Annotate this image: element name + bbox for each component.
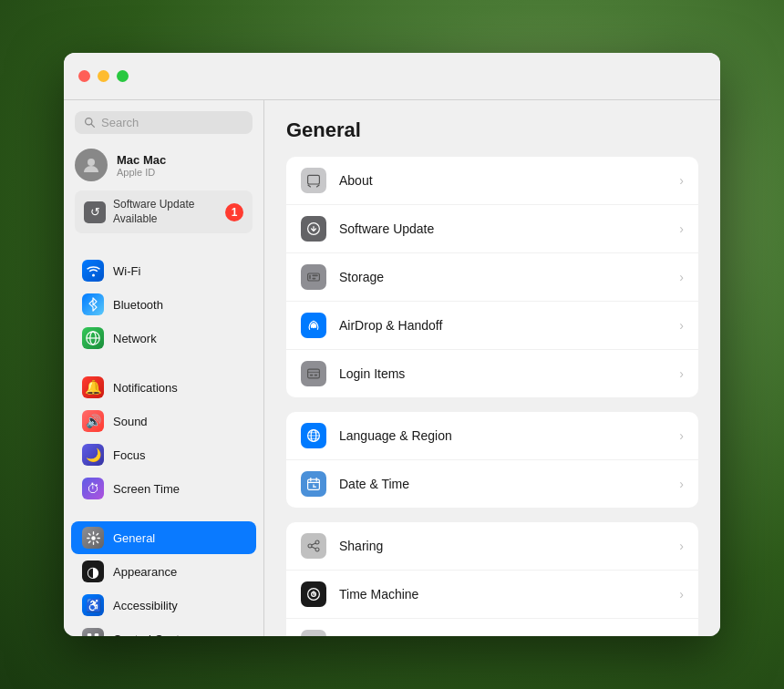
sidebar-item-bluetooth[interactable]: Bluetooth <box>71 288 256 321</box>
update-alert-icon: ↺ <box>84 201 106 223</box>
datetime-chevron: › <box>679 477 684 491</box>
search-container: Search <box>64 108 263 143</box>
timemachine-row-icon <box>301 581 326 607</box>
sidebar-item-accessibility-label: Accessibility <box>113 599 178 612</box>
svg-line-13 <box>316 185 319 187</box>
sidebar-item-focus[interactable]: 🌙 Focus <box>71 438 256 471</box>
content-area: Search Mac Mac Apple ID ↺ Software Updat… <box>64 100 720 636</box>
close-button[interactable] <box>78 70 90 82</box>
sidebar-item-wifi[interactable]: Wi-Fi <box>71 254 256 287</box>
sidebar-item-controlcentre[interactable]: Control Centre <box>71 622 256 636</box>
search-box[interactable]: Search <box>75 111 253 134</box>
language-row-icon <box>301 423 326 448</box>
svg-rect-8 <box>95 633 98 636</box>
sidebar-item-appearance[interactable]: ◑ Appearance <box>71 555 256 588</box>
svg-rect-16 <box>309 275 311 280</box>
sidebar-item-general[interactable]: General <box>71 521 256 554</box>
svg-line-38 <box>312 547 315 549</box>
maximize-button[interactable] <box>117 70 129 82</box>
sidebar-item-notifications-label: Notifications <box>113 381 178 395</box>
settings-row-datetime-label: Date & Time <box>339 477 666 491</box>
svg-rect-21 <box>310 375 313 376</box>
settings-row-storage[interactable]: Storage › <box>286 253 698 302</box>
settings-row-loginitems-label: Login Items <box>339 366 666 381</box>
sidebar-item-wifi-label: Wi-Fi <box>113 264 140 278</box>
settings-row-sharing[interactable]: Sharing › <box>286 522 698 571</box>
sidebar-item-focus-label: Focus <box>113 448 145 462</box>
sidebar-item-appearance-label: Appearance <box>113 565 177 579</box>
about-chevron: › <box>679 173 684 188</box>
settings-row-datetime[interactable]: Date & Time › <box>286 460 698 508</box>
settings-group-1: About › Software Update › <box>286 157 698 397</box>
softwareupdate-row-icon <box>301 216 326 242</box>
settings-row-language-label: Language & Region <box>339 428 666 443</box>
sidebar-section-notifications: 🔔 Notifications 🔊 Sound 🌙 Focus ⏱ Screen… <box>64 370 263 506</box>
airdrop-row-icon <box>301 313 326 338</box>
software-update-alert[interactable]: ↺ Software Update Available 1 <box>75 190 253 233</box>
svg-point-35 <box>308 544 312 548</box>
search-placeholder: Search <box>101 116 139 129</box>
settings-group-3: Sharing › Time Machine › <box>286 522 698 636</box>
sidebar-item-screentime[interactable]: ⏱ Screen Time <box>71 472 256 505</box>
sidebar-item-network[interactable]: Network <box>71 322 256 355</box>
svg-rect-22 <box>315 375 317 376</box>
sidebar-item-notifications[interactable]: 🔔 Notifications <box>71 371 256 404</box>
sidebar-item-bluetooth-label: Bluetooth <box>113 298 163 312</box>
accessibility-icon: ♿ <box>82 594 104 616</box>
sidebar-item-sound[interactable]: 🔊 Sound <box>71 405 256 437</box>
minimize-button[interactable] <box>98 70 109 82</box>
settings-row-timemachine-label: Time Machine <box>339 587 666 602</box>
storage-row-icon <box>301 264 326 290</box>
user-subtitle: Apple ID <box>117 167 166 178</box>
bluetooth-icon <box>82 293 104 315</box>
avatar-icon <box>80 154 102 176</box>
loginitems-row-icon <box>301 361 326 386</box>
wifi-icon <box>82 260 104 282</box>
sidebar-item-screentime-label: Screen Time <box>113 482 180 496</box>
settings-row-language[interactable]: Language & Region › <box>286 412 698 460</box>
user-name: Mac Mac <box>117 153 166 167</box>
sidebar-section-network: Wi-Fi Bluetooth <box>64 253 263 355</box>
transfer-chevron: › <box>679 635 684 636</box>
svg-point-36 <box>315 548 319 551</box>
screentime-icon: ⏱ <box>82 478 104 499</box>
user-info: Mac Mac Apple ID <box>117 153 166 178</box>
sidebar: Search Mac Mac Apple ID ↺ Software Updat… <box>64 100 264 636</box>
svg-rect-11 <box>308 175 320 184</box>
sidebar-item-accessibility[interactable]: ♿ Accessibility <box>71 589 256 622</box>
svg-point-2 <box>88 159 95 166</box>
settings-row-timemachine[interactable]: Time Machine › <box>286 571 698 619</box>
svg-rect-7 <box>88 633 91 636</box>
network-icon <box>82 327 104 349</box>
datetime-row-icon <box>301 471 326 497</box>
titlebar <box>64 53 720 100</box>
sound-icon: 🔊 <box>82 410 104 432</box>
airdrop-chevron: › <box>679 318 684 333</box>
timemachine-chevron: › <box>679 587 684 602</box>
svg-rect-19 <box>308 369 320 378</box>
user-profile[interactable]: Mac Mac Apple ID <box>64 143 263 190</box>
appearance-icon: ◑ <box>82 560 104 582</box>
general-icon <box>82 527 104 549</box>
settings-row-softwareupdate-label: Software Update <box>339 221 666 236</box>
notifications-icon: 🔔 <box>82 376 104 398</box>
loginitems-chevron: › <box>679 366 684 381</box>
settings-row-sharing-label: Sharing <box>339 539 666 553</box>
sidebar-item-general-label: General <box>113 531 155 545</box>
settings-row-about[interactable]: About › <box>286 157 698 205</box>
settings-row-loginitems[interactable]: Login Items › <box>286 350 698 397</box>
focus-icon: 🌙 <box>82 444 104 466</box>
softwareupdate-chevron: › <box>679 221 684 236</box>
settings-row-airdrop[interactable]: AirDrop & Handoff › <box>286 302 698 350</box>
avatar <box>75 149 108 181</box>
search-icon <box>84 117 96 129</box>
sidebar-item-network-label: Network <box>113 332 157 345</box>
sidebar-item-controlcentre-label: Control Centre <box>113 632 191 636</box>
settings-row-softwareupdate[interactable]: Software Update › <box>286 205 698 253</box>
settings-row-transfer[interactable]: Transfer or Reset › <box>286 619 698 636</box>
svg-rect-17 <box>312 275 317 277</box>
settings-row-airdrop-label: AirDrop & Handoff <box>339 318 666 333</box>
svg-point-6 <box>91 536 96 540</box>
language-chevron: › <box>679 428 684 443</box>
settings-row-about-label: About <box>339 173 666 188</box>
